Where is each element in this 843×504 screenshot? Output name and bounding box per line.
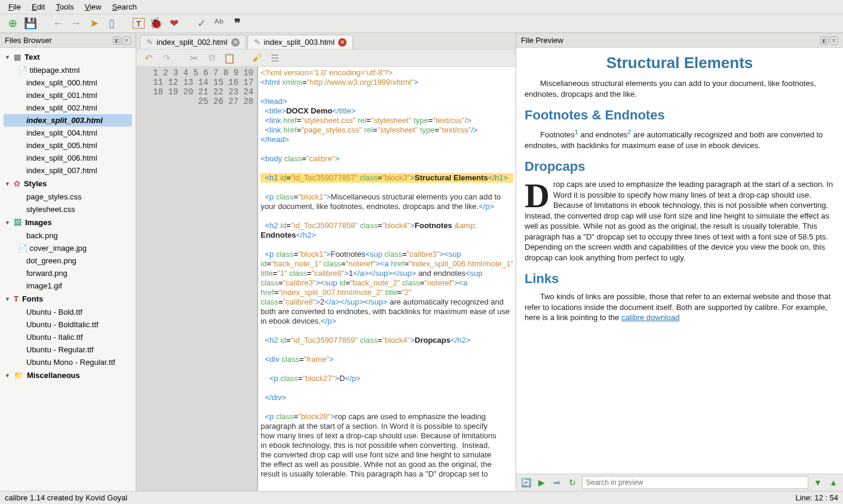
undock-icon[interactable]: ◧ <box>820 36 829 45</box>
file-item[interactable]: index_split_007.html <box>0 164 136 177</box>
file-item[interactable]: index_split_002.html <box>0 102 136 114</box>
file-item[interactable]: image1.gif <box>0 279 136 292</box>
file-item[interactable]: back.png <box>0 229 136 242</box>
file-preview-panel: File Preview ◧✕ Structural Elements Misc… <box>516 33 843 491</box>
bug-icon[interactable]: 🐞 <box>149 17 163 30</box>
file-item[interactable]: stylesheet.css <box>0 203 136 216</box>
file-item[interactable]: 📄 titlepage.xhtml <box>0 64 136 76</box>
checkmark-icon[interactable]: ✓ <box>195 17 208 30</box>
editor-toolbar: ↶ ↷ ✂ ⧉ 📋 🖌 ☰ <box>136 49 516 67</box>
file-item[interactable]: index_split_006.html <box>0 152 136 164</box>
editor-panel: ✎index_split_002.html✕✎index_split_003.h… <box>136 33 516 491</box>
forward-icon[interactable]: → <box>69 17 82 30</box>
preview-h2-footnotes: Footnotes & Endnotes <box>525 106 835 124</box>
preview-content: Structural Elements Miscellaneous struct… <box>516 48 843 474</box>
editor-tab[interactable]: ✎index_split_003.html✕ <box>247 35 354 49</box>
file-item[interactable]: Ubuntu - Bold.ttf <box>0 306 136 318</box>
close-tab-icon[interactable]: ✕ <box>338 38 347 47</box>
file-item[interactable]: forward.png <box>0 267 136 279</box>
preview-dropcaps-para: Drop caps are used to emphasize the lead… <box>525 179 835 263</box>
files-browser-title: Files Browser <box>5 36 52 45</box>
close-panel-icon[interactable]: ✕ <box>830 36 838 45</box>
file-item[interactable]: index_split_004.html <box>0 127 136 139</box>
heart-icon[interactable]: ❤ <box>167 17 180 30</box>
menu-tools[interactable]: Tools <box>51 1 78 13</box>
preview-h2-links: Links <box>525 270 835 288</box>
sync-icon[interactable]: 🔄 <box>520 477 532 488</box>
play-icon[interactable]: ▶ <box>535 477 547 488</box>
menu-edit[interactable]: Edit <box>27 1 50 13</box>
reload-icon[interactable]: ↻ <box>566 477 578 488</box>
device-icon[interactable]: ▯ <box>105 17 118 30</box>
search-next-icon[interactable]: ▼ <box>812 477 824 488</box>
file-item[interactable]: Ubuntu - BoldItalic.ttf <box>0 318 136 331</box>
undo-icon[interactable]: ↶ <box>142 52 154 64</box>
brush-icon[interactable]: 🖌 <box>251 52 263 64</box>
menu-search[interactable]: Search <box>108 1 142 13</box>
save-icon[interactable]: 💾 <box>24 17 37 30</box>
statusbar: calibre 1.14 created by Kovid Goyal Line… <box>0 491 843 504</box>
list-icon[interactable]: ☰ <box>269 52 281 64</box>
cut-icon[interactable]: ✂ <box>188 52 200 64</box>
preview-intro: Miscellaneous structural elements you ca… <box>525 78 835 99</box>
status-right: Line: 12 : 54 <box>795 493 838 502</box>
search-prev-icon[interactable]: ▲ <box>827 477 839 488</box>
file-item[interactable]: index_split_000.html <box>0 76 136 89</box>
paste-icon[interactable]: 📋 <box>223 52 235 64</box>
close-panel-icon[interactable]: ✕ <box>122 36 131 45</box>
back-icon[interactable]: ← <box>51 17 65 30</box>
file-item[interactable]: Ubuntu - Italic.ttf <box>0 331 136 343</box>
preview-search-input[interactable] <box>582 476 808 489</box>
main-toolbar: ⊕ 💾 ← → ➤ ▯ T 🐞 ❤ ✓ ᴬᵇ ❞ <box>0 14 843 33</box>
category-text[interactable]: ▼▦Text <box>0 50 136 64</box>
calibre-download-link[interactable]: calibre download <box>621 313 680 322</box>
toc-icon[interactable]: T <box>133 18 145 29</box>
category-images[interactable]: ▼🖼Images <box>0 216 136 229</box>
file-item[interactable]: index_split_003.html <box>4 114 132 127</box>
editor-tabs: ✎index_split_002.html✕✎index_split_003.h… <box>136 33 516 49</box>
pointer-icon[interactable]: ➤ <box>87 17 100 30</box>
file-item[interactable]: 📄 cover_image.jpg <box>0 242 136 254</box>
copy-icon[interactable]: ⧉ <box>206 52 217 64</box>
spell-icon[interactable]: ᴬᵇ <box>213 17 226 30</box>
category-fonts[interactable]: ▼TFonts <box>0 292 136 306</box>
file-preview-title: File Preview <box>521 36 563 45</box>
redo-icon[interactable]: ↷ <box>160 52 172 64</box>
preview-h1: Structural Elements <box>525 53 835 73</box>
category-miscellaneous[interactable]: ▼📁Miscellaneous <box>0 368 136 382</box>
menubar: File Edit Tools View Search <box>0 0 843 14</box>
file-item[interactable]: index_split_005.html <box>0 139 136 152</box>
preview-toolbar: 🔄 ▶ ⥤ ↻ ▼ ▲ <box>516 474 843 491</box>
preview-h2-dropcaps: Dropcaps <box>525 158 835 176</box>
file-item[interactable]: Ubuntu - Regular.ttf <box>0 343 136 356</box>
files-browser-panel: Files Browser ◧✕ ▼▦Text📄 titlepage.xhtml… <box>0 33 136 491</box>
editor-tab[interactable]: ✎index_split_002.html✕ <box>140 35 246 49</box>
preview-footnotes-para: Footnotes1 and endnotes2 are automatical… <box>525 128 835 150</box>
split-icon[interactable]: ⥤ <box>551 477 563 488</box>
close-tab-icon[interactable]: ✕ <box>231 38 240 47</box>
quote-icon[interactable]: ❞ <box>231 17 244 30</box>
file-item[interactable]: Ubuntu Mono - Regular.ttf <box>0 356 136 368</box>
new-file-icon[interactable]: ⊕ <box>6 17 19 30</box>
code-editor[interactable]: 1 2 3 4 5 6 7 8 9 10 11 12 13 14 15 16 1… <box>136 67 516 491</box>
file-item[interactable]: index_split_001.html <box>0 89 136 102</box>
file-item[interactable]: page_styles.css <box>0 190 136 203</box>
dropcap: D <box>525 179 553 210</box>
menu-file[interactable]: File <box>4 1 26 13</box>
file-item[interactable]: dot_green.png <box>0 254 136 267</box>
preview-links-para: Two kinds of links are possible, those t… <box>525 291 835 323</box>
status-left: calibre 1.14 created by Kovid Goyal <box>5 493 127 502</box>
undock-icon[interactable]: ◧ <box>113 36 121 45</box>
category-styles[interactable]: ▼✿Styles <box>0 177 136 190</box>
menu-view[interactable]: View <box>80 1 106 13</box>
